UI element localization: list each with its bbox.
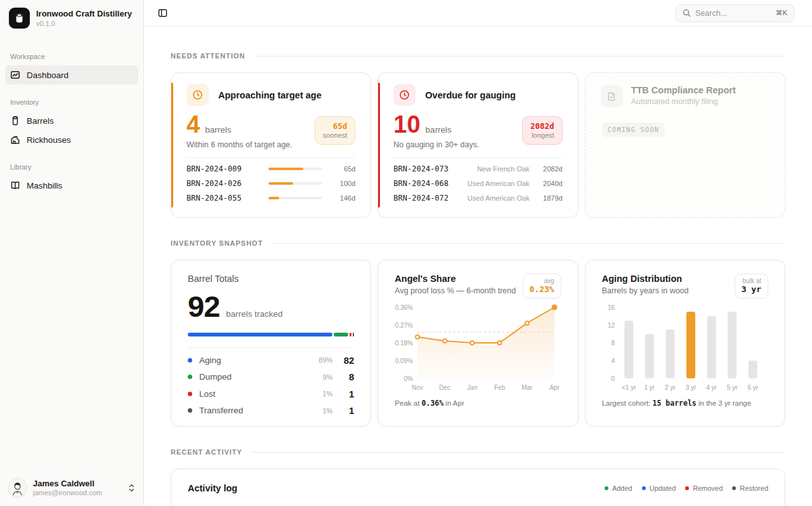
legend-percent: 1% <box>322 390 332 397</box>
section-header: INVENTORY SNAPSHOT <box>171 239 785 247</box>
legend-percent: 89% <box>318 356 332 364</box>
ttb-compliance-card: TTB Compliance Report Automated monthly … <box>585 72 785 218</box>
aging-distribution-card: Aging Distribution Barrels by years in w… <box>585 260 785 427</box>
legend-row: Lost 1% 1 <box>188 385 354 403</box>
card-subtitle: Automated monthly filing <box>631 97 736 106</box>
updated-dot <box>642 486 646 490</box>
recent-activity-section: RECENT ACTIVITY Activity log Added Updat… <box>171 448 785 506</box>
activity-legend: Added Updated Removed Restored <box>605 484 768 492</box>
svg-text:0%: 0% <box>404 375 414 382</box>
card-title: Aging Distribution <box>602 274 689 284</box>
sidebar: Ironwood Craft Distillery v0.1.0 Workspa… <box>0 0 144 506</box>
transferred-dot <box>188 408 192 413</box>
clock-icon <box>192 90 203 100</box>
svg-text:Apr: Apr <box>550 384 560 391</box>
stacked-bar-segment <box>350 333 351 336</box>
sidebar-item-mashbills[interactable]: Mashbills <box>5 176 138 195</box>
sidebar-item-label: Rickhouses <box>27 135 71 145</box>
svg-text:<1 yr: <1 yr <box>622 384 636 391</box>
search-icon <box>683 9 691 17</box>
section-title: INVENTORY SNAPSHOT <box>171 239 263 247</box>
barrel-wood-type: Used American Oak <box>465 180 530 187</box>
section-divider <box>272 243 785 244</box>
sidebar-header: Ironwood Craft Distillery v0.1.0 <box>0 0 143 35</box>
svg-text:12: 12 <box>608 322 615 329</box>
stacked-bar-segment <box>353 333 355 336</box>
card-subtitle: Barrels by years in wood <box>602 286 689 295</box>
barrel-row: BRN-2024-073 New French Oak 2082d <box>393 162 562 176</box>
card-title: TTB Compliance Report <box>631 85 736 95</box>
card-title: Activity log <box>188 483 237 493</box>
svg-text:Nov: Nov <box>412 384 423 391</box>
barrel-list: BRN-2024-009 65d BRN-2024-026 100d BRN-2… <box>187 157 355 206</box>
age-progress-bar <box>268 168 322 170</box>
svg-text:Mar: Mar <box>522 384 534 391</box>
age-progress-bar <box>268 197 322 199</box>
barrel-row: BRN-2024-072 Used American Oak 1879d <box>393 191 562 206</box>
svg-text:Jan: Jan <box>468 384 478 391</box>
days-remaining: 100d <box>329 180 355 187</box>
section-header: RECENT ACTIVITY <box>171 448 785 456</box>
days-remaining: 65d <box>329 165 355 173</box>
svg-text:16: 16 <box>608 304 615 311</box>
stacked-bar-segment <box>188 333 332 336</box>
app-root: Ironwood Craft Distillery v0.1.0 Workspa… <box>0 0 812 506</box>
app-logo-barrel-icon <box>9 8 30 29</box>
search-box[interactable]: ⌘K <box>676 4 794 22</box>
longest-badge: 2082d longest <box>522 116 563 145</box>
section-title: NEEDS ATTENTION <box>171 52 246 60</box>
badge-value: 65d <box>323 121 348 131</box>
legend-label: Lost <box>199 389 216 399</box>
dashboard-chart-icon <box>10 70 20 80</box>
days-remaining: 146d <box>329 194 355 202</box>
open-book-icon <box>10 180 20 190</box>
sidebar-item-barrels[interactable]: Barrels <box>5 111 138 130</box>
dumped-dot <box>188 375 192 379</box>
sidebar-toggle-button[interactable] <box>155 6 170 20</box>
svg-text:0: 0 <box>611 375 615 382</box>
user-meta: James Caldwell james@ironwood.com <box>33 479 122 496</box>
age-progress-bar <box>268 182 322 185</box>
search-input[interactable] <box>695 9 771 18</box>
sidebar-item-dashboard[interactable]: Dashboard <box>5 65 138 84</box>
legend-percent: 9% <box>322 373 332 381</box>
barrel-row: BRN-2024-055 146d <box>187 191 355 206</box>
sidebar-item-rickhouses[interactable]: Rickhouses <box>5 130 138 149</box>
panel-left-icon <box>158 8 167 18</box>
barrel-list: BRN-2024-073 New French Oak 2082d BRN-20… <box>393 157 562 206</box>
barrel-count-unit: barrels <box>426 125 452 135</box>
search-shortcut: ⌘K <box>776 9 787 17</box>
svg-text:5 yr: 5 yr <box>726 384 737 391</box>
clock-icon <box>399 90 410 100</box>
barrel-icon <box>10 116 20 126</box>
approaching-target-age-card: Approaching target age 4 barrels Within … <box>171 72 371 218</box>
card-title: Overdue for gauging <box>425 90 516 100</box>
barrel-id: BRN-2024-009 <box>187 164 262 173</box>
app-title: Ironwood Craft Distillery <box>36 9 132 19</box>
clock-icon-box <box>393 84 416 106</box>
barrel-id: BRN-2024-026 <box>187 179 262 188</box>
app-version: v0.1.0 <box>36 20 132 27</box>
aging-bar-chart: 0481216<1 yr1 yr2 yr3 yr4 yr5 yr6 yr <box>602 301 768 397</box>
legend-label: Transferred <box>199 406 243 415</box>
nav-section-library: Library <box>5 163 138 171</box>
lost-dot <box>188 392 192 396</box>
svg-text:0.36%: 0.36% <box>395 304 413 311</box>
brand-block: Ironwood Craft Distillery v0.1.0 <box>36 9 132 27</box>
section-header: NEEDS ATTENTION <box>171 52 785 60</box>
barrel-count: 10 <box>393 112 420 138</box>
proof-loss-line-chart: 0.36%0.27%0.18%0.09%0%NovDecJanFebMarApr <box>395 301 561 397</box>
total-barrel-count: 92 <box>188 289 219 324</box>
activity-log-card: Activity log Added Updated Removed Resto… <box>171 469 785 506</box>
bulk-badge: bulk at 3 yr <box>735 274 768 298</box>
user-menu[interactable]: James Caldwell james@ironwood.com <box>0 470 143 506</box>
topbar: ⌘K <box>144 0 812 27</box>
status-stacked-bar <box>188 333 354 336</box>
card-description: No gauging in 30+ days. <box>393 140 479 149</box>
badge-value: 3 yr <box>742 284 761 294</box>
aging-dot <box>188 358 192 363</box>
svg-text:0.27%: 0.27% <box>395 322 413 329</box>
barrel-row: BRN-2024-026 100d <box>187 176 355 191</box>
avg-badge: avg 0.23% <box>523 274 561 298</box>
sidebar-nav: Workspace Dashboard Inventory Barrels Ri… <box>0 35 143 470</box>
